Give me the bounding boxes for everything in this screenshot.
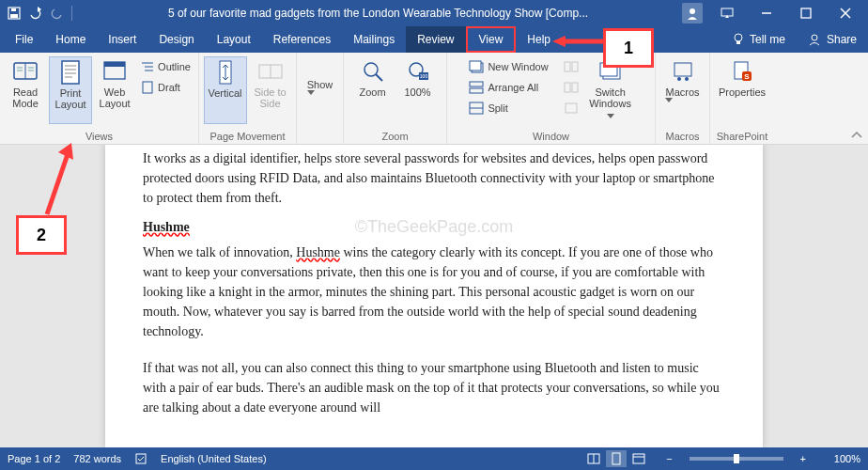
outline-label: Outline xyxy=(158,61,191,72)
read-mode-button[interactable]: Read Mode xyxy=(4,56,47,124)
svg-rect-50 xyxy=(674,63,691,76)
read-mode-icon xyxy=(10,58,40,85)
draft-icon xyxy=(141,81,154,94)
svg-rect-4 xyxy=(721,8,733,16)
zoom-button[interactable]: Zoom xyxy=(351,56,395,124)
outline-button[interactable]: Outline xyxy=(137,56,194,77)
heading-hushme[interactable]: Hushme xyxy=(143,217,725,237)
tab-home[interactable]: Home xyxy=(44,26,97,53)
close-icon[interactable] xyxy=(827,0,864,26)
document-area[interactable]: It works as a digital identifier, helps … xyxy=(0,145,868,447)
save-icon[interactable] xyxy=(8,7,21,20)
document-title: 5 of our favorite mad gadgets from the L… xyxy=(80,7,676,20)
new-window-button[interactable]: New Window xyxy=(465,56,551,77)
draft-button[interactable]: Draft xyxy=(137,77,194,98)
svg-point-11 xyxy=(812,35,817,40)
zoom-out-icon[interactable]: − xyxy=(662,453,675,464)
tab-review[interactable]: Review xyxy=(406,26,465,53)
svg-point-3 xyxy=(690,8,695,14)
web-layout-label: Web Layout xyxy=(100,86,131,109)
zoom-group-label: Zoom xyxy=(349,129,441,142)
side-to-side-icon xyxy=(256,58,286,85)
language-status[interactable]: English (United States) xyxy=(161,453,267,464)
web-layout-button[interactable]: Web Layout xyxy=(94,56,135,124)
status-print-layout-icon[interactable] xyxy=(606,450,627,467)
paragraph[interactable]: If that was not all, you can also connec… xyxy=(143,358,725,417)
outline-icon xyxy=(141,61,154,72)
svg-rect-56 xyxy=(136,454,146,463)
views-group-label: Views xyxy=(6,129,193,142)
new-window-label: New Window xyxy=(488,61,548,72)
macros-icon xyxy=(668,58,698,85)
macros-button[interactable]: Macros xyxy=(661,56,705,124)
properties-icon: S xyxy=(727,58,757,85)
share-button[interactable]: Share xyxy=(797,26,868,53)
svg-rect-60 xyxy=(633,454,644,463)
svg-point-32 xyxy=(364,63,378,76)
status-read-mode-icon[interactable] xyxy=(583,450,604,467)
maximize-icon[interactable] xyxy=(787,0,825,26)
proofing-icon[interactable] xyxy=(134,452,147,465)
tab-layout[interactable]: Layout xyxy=(206,26,262,53)
zoom-100-label: 100% xyxy=(404,86,430,98)
read-mode-label: Read Mode xyxy=(12,86,39,109)
bulb-icon xyxy=(733,33,744,46)
macros-group-label: Macros xyxy=(661,129,704,142)
vertical-label: Vertical xyxy=(208,87,241,99)
svg-rect-45 xyxy=(565,83,570,92)
svg-line-33 xyxy=(376,74,382,81)
svg-rect-6 xyxy=(801,8,811,18)
page-count[interactable]: Page 1 of 2 xyxy=(8,453,60,464)
arrange-all-button[interactable]: Arrange All xyxy=(465,77,551,98)
word-count[interactable]: 782 words xyxy=(73,453,121,464)
show-label: Show xyxy=(307,79,333,95)
paragraph[interactable]: When we talk of innovation, Hushme wins … xyxy=(143,243,725,341)
window-group-label: Window xyxy=(453,129,649,142)
tab-design[interactable]: Design xyxy=(147,26,205,53)
ribbon-options-icon[interactable] xyxy=(708,0,746,26)
minimize-icon[interactable] xyxy=(748,0,785,26)
zoom-in-icon[interactable]: + xyxy=(797,453,810,464)
collapse-ribbon-icon[interactable] xyxy=(851,131,862,140)
web-layout-icon xyxy=(100,58,130,85)
callout-1: 1 xyxy=(603,28,654,68)
split-button[interactable]: Split xyxy=(465,98,551,118)
user-avatar-icon[interactable] xyxy=(682,3,703,24)
arrange-all-label: Arrange All xyxy=(488,82,538,93)
svg-rect-38 xyxy=(470,61,481,70)
tab-insert[interactable]: Insert xyxy=(97,26,147,53)
tab-mailings[interactable]: Mailings xyxy=(342,26,406,53)
properties-button[interactable]: S Properties xyxy=(715,56,769,124)
page[interactable]: It works as a digital identifier, helps … xyxy=(105,145,763,447)
svg-rect-18 xyxy=(62,61,79,84)
svg-point-51 xyxy=(677,77,681,81)
show-button[interactable]: Show xyxy=(301,56,340,124)
zoom-100-button[interactable]: 100 100% xyxy=(396,56,440,124)
paragraph[interactable]: It works as a digital identifier, helps … xyxy=(143,149,725,208)
svg-rect-2 xyxy=(11,8,16,11)
draft-label: Draft xyxy=(158,82,180,93)
svg-rect-39 xyxy=(470,82,483,86)
vertical-icon xyxy=(210,59,240,86)
svg-rect-43 xyxy=(565,62,570,71)
tab-references[interactable]: References xyxy=(262,26,342,53)
svg-rect-40 xyxy=(470,88,483,93)
tab-file[interactable]: File xyxy=(4,26,44,53)
arrange-all-icon xyxy=(469,81,484,94)
vertical-button[interactable]: Vertical xyxy=(204,56,247,124)
new-window-icon xyxy=(469,60,484,73)
zoom-slider[interactable] xyxy=(690,457,783,461)
side-to-side-button[interactable]: Side to Side xyxy=(249,56,292,124)
zoom-label: Zoom xyxy=(359,86,385,98)
arrow-2 xyxy=(38,139,79,218)
tell-me[interactable]: Tell me xyxy=(721,26,797,53)
print-layout-button[interactable]: Print Layout xyxy=(49,56,92,124)
status-web-layout-icon[interactable] xyxy=(628,450,649,467)
redo-icon[interactable] xyxy=(51,7,64,20)
callout-2: 2 xyxy=(16,215,67,255)
zoom-level[interactable]: 100% xyxy=(823,453,860,464)
undo-icon[interactable] xyxy=(28,7,43,20)
tab-view[interactable]: View xyxy=(466,26,517,53)
svg-rect-46 xyxy=(572,83,578,92)
print-layout-icon xyxy=(55,59,85,86)
